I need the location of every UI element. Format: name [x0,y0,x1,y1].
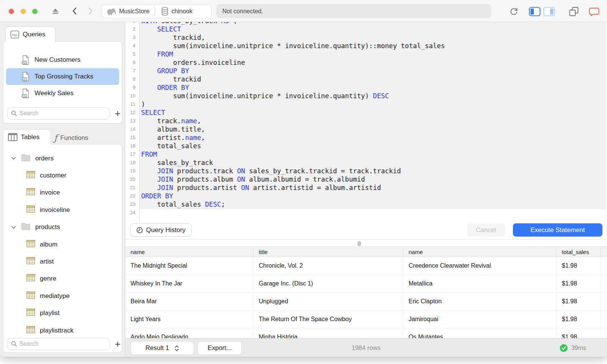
add-table-button[interactable]: + [113,338,122,350]
code-line[interactable]: SELECT [141,25,445,33]
minimize-window-button[interactable] [20,9,26,14]
code-line[interactable]: orders.invoiceline [141,58,445,67]
schema-table-row[interactable]: invoiceline [3,201,122,218]
table-search-input[interactable] [19,340,101,347]
windows-button[interactable] [568,6,579,17]
tab-queries[interactable]: SQL Queries [5,27,55,42]
eject-icon[interactable] [51,7,60,16]
code-line[interactable]: GROUP BY [141,67,445,75]
forward-button[interactable] [86,6,95,16]
table-row[interactable]: Ando Meio DesligadoMinha HistóriaOs Muta… [125,328,607,338]
query-history-button[interactable]: Query History [130,223,192,237]
code-line[interactable]: ) [141,100,445,108]
table-cell[interactable]: Ando Meio Desligado [125,328,253,338]
column-header[interactable]: total_sales [557,247,601,257]
code-line[interactable]: trackid [141,75,445,83]
table-cell[interactable]: Garage Inc. (Disc 1) [253,275,403,292]
table-cell[interactable]: Whiskey In The Jar [125,275,253,292]
table-cell[interactable]: Creedence Clearwater Revival [403,257,557,275]
table-cell[interactable] [601,275,607,292]
code-line[interactable]: trackid, [141,33,445,42]
code-lines[interactable]: WITH sales_by_track AS ( SELECT trackid,… [141,22,445,217]
schema-table-row[interactable]: playlisttrack [3,322,122,339]
code-line[interactable]: total_sales [141,142,445,150]
table-row[interactable]: Beira MarUnpluggedEric Clapton$1.98 [125,293,607,311]
column-header[interactable] [601,247,607,257]
table-cell[interactable]: Beira Mar [125,293,253,310]
table-cell[interactable]: Os Mutantes [403,328,557,338]
tab-tables[interactable]: Tables [3,129,51,144]
refresh-button[interactable] [509,6,519,16]
table-cell[interactable]: $1.98 [557,257,601,275]
zoom-window-button[interactable] [32,9,38,14]
table-cell[interactable]: Chronicle, Vol. 2 [253,257,403,275]
table-cell[interactable] [601,293,607,310]
code-line[interactable]: track.name, [141,117,445,125]
feedback-bubble-button[interactable] [588,7,600,17]
table-cell[interactable]: The Midnight Special [125,257,253,275]
table-search-field[interactable] [7,338,110,350]
table-cell[interactable]: The Return Of The Space Cowboy [253,311,403,328]
code-line[interactable]: JOIN products.artist ON artist.artistid … [141,184,445,192]
table-cell[interactable]: $1.98 [557,328,601,338]
code-line[interactable]: SELECT [141,108,445,117]
table-cell[interactable]: Minha História [253,328,403,338]
add-query-button[interactable]: + [113,108,123,119]
code-line[interactable]: album.title, [141,125,445,133]
schema-table-row[interactable]: album [3,236,122,253]
query-search-input[interactable] [19,110,101,117]
column-header[interactable]: title [253,247,403,257]
schema-table-row[interactable]: customer [3,167,122,184]
code-line[interactable]: JOIN products.track ON sales_by_track.tr… [141,167,445,175]
table-cell[interactable] [601,328,607,338]
schema-table-row[interactable]: invoice [3,184,122,201]
table-cell[interactable]: Jamiroquai [403,311,557,328]
table-cell[interactable]: $1.98 [557,293,601,310]
code-line[interactable]: total_sales DESC; [141,200,445,209]
cancel-button[interactable]: Cancel [467,223,505,237]
breadcrumb-database[interactable]: chinook [161,6,192,16]
column-header[interactable]: name [125,247,253,257]
table-cell[interactable]: Light Years [125,311,253,328]
breadcrumb-connection[interactable]: MusicStore [106,7,149,16]
code-line[interactable]: JOIN products.album ON album.albumid = t… [141,175,445,184]
schema-table-row[interactable]: mediatype [3,287,122,304]
code-line[interactable]: ORDER BY [141,192,445,200]
schema-table-row[interactable]: playlist [3,305,122,322]
execute-statement-button[interactable]: Execute Statement [513,223,602,237]
query-search-field[interactable] [7,107,110,119]
table-cell[interactable]: $1.98 [557,275,601,292]
table-cell[interactable]: Unplugged [253,293,403,310]
tab-functions[interactable]: ƒ Functions [54,133,88,143]
toggle-left-sidebar-button[interactable] [529,6,541,16]
table-cell[interactable]: Metallica [403,275,557,292]
export-button[interactable]: Export... [198,341,242,355]
table-row[interactable]: Light YearsThe Return Of The Space Cowbo… [125,311,607,328]
sql-editor[interactable]: 123456789101112131415161718192021222324 … [125,22,607,221]
code-line[interactable]: sum(invoiceline.unitprice * invoiceline.… [141,92,445,100]
code-line[interactable]: FROM [141,50,445,58]
result-selector[interactable]: Result 1 [131,341,194,355]
schema-table-row[interactable]: genre [3,270,122,287]
table-cell[interactable]: $1.98 [557,311,601,328]
schema-folder-row[interactable]: products [3,219,122,236]
code-line[interactable] [141,209,445,217]
table-cell[interactable] [601,257,607,275]
code-line[interactable]: sum(invoiceline.unitprice * invoiceline.… [141,42,445,50]
table-cell[interactable]: Eric Clapton [403,293,557,310]
code-line[interactable]: ORDER BY [141,83,445,92]
code-line[interactable]: sales_by_track [141,158,445,167]
column-header[interactable]: name [403,247,557,257]
close-window-button[interactable] [9,9,14,14]
query-list-item[interactable]: SQL New Customers [6,52,119,68]
schema-folder-row[interactable]: orders [3,150,122,167]
results-splitter[interactable] [125,239,607,246]
code-line[interactable]: FROM [141,150,445,158]
code-line[interactable]: artist.name, [141,133,445,142]
table-row[interactable]: The Midnight SpecialChronicle, Vol. 2Cre… [125,257,607,275]
schema-table-row[interactable]: artist [3,253,122,270]
query-list-item[interactable]: SQL Top Grossing Tracks [6,68,119,85]
table-row[interactable]: Whiskey In The JarGarage Inc. (Disc 1)Me… [125,275,607,293]
back-button[interactable] [70,6,79,16]
toggle-right-sidebar-button[interactable] [543,6,555,16]
